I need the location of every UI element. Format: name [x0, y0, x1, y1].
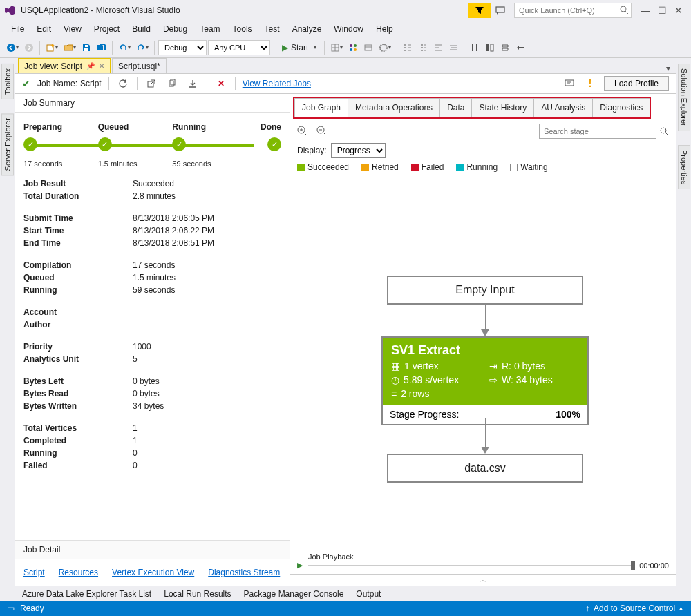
kv-value: 8/13/2018 2:08:51 PM: [133, 238, 281, 248]
menu-tools[interactable]: Tools: [227, 23, 258, 35]
view-related-jobs-link[interactable]: View Related Jobs: [243, 79, 311, 88]
maximize-button[interactable]: ☐: [654, 2, 670, 19]
zoom-in-icon[interactable]: [297, 126, 308, 137]
nav-back-button[interactable]: ▾: [4, 40, 21, 55]
side-tab-properties[interactable]: Properties: [678, 145, 690, 189]
side-tab-toolbox[interactable]: Toolbox: [1, 64, 14, 99]
graph-node-sv1[interactable]: SV1 Extract ▦1 vertex ⇥R: 0 bytes ◷5.89 …: [381, 336, 589, 425]
legend-swatch-running: [456, 164, 464, 171]
toolbar-icon-7[interactable]: [431, 40, 445, 55]
tab-metadata[interactable]: Metadata Operations: [348, 98, 440, 117]
doc-tab-job-view[interactable]: Job view: Script 📌 ✕: [18, 58, 111, 73]
toolbar-icon-11[interactable]: [498, 40, 512, 55]
playback-track[interactable]: [308, 565, 634, 566]
nav-forward-button[interactable]: [22, 40, 36, 55]
bottom-tab-output[interactable]: Output: [356, 589, 381, 599]
refresh-icon[interactable]: [116, 77, 130, 90]
warning-icon[interactable]: !: [583, 77, 597, 90]
menu-test[interactable]: Test: [259, 23, 285, 35]
toolbar-icon-10[interactable]: [483, 40, 497, 55]
toolbar-icon-1[interactable]: ▾: [328, 40, 345, 55]
download-icon[interactable]: [186, 77, 200, 90]
menu-file[interactable]: File: [6, 23, 30, 35]
toolbar-icon-2[interactable]: [346, 40, 360, 55]
tab-job-graph[interactable]: Job Graph: [294, 98, 348, 117]
svg-rect-17: [169, 81, 173, 86]
publish-icon[interactable]: ↑: [585, 604, 589, 613]
open-file-button[interactable]: ▾: [61, 40, 78, 55]
load-profile-button[interactable]: Load Profile: [604, 76, 669, 91]
job-header-bar: ✔ Job Name: Script ✕ View Related Jobs !…: [15, 74, 676, 94]
bottom-tab-adl[interactable]: Azure Data Lake Explorer Task List: [22, 589, 151, 599]
side-tab-server-explorer[interactable]: Server Explorer: [1, 113, 14, 175]
stage-queued-label: Queued: [98, 122, 173, 132]
detail-link-script[interactable]: Script: [23, 568, 45, 577]
quick-launch-input[interactable]: [514, 3, 632, 18]
search-icon[interactable]: [659, 126, 669, 136]
open-external-icon[interactable]: [144, 77, 158, 90]
window-title: USQLApplication2 - Microsoft Visual Stud…: [21, 6, 180, 15]
detail-link-vertex[interactable]: Vertex Execution View: [112, 568, 194, 577]
stage-dot-icon: ✓: [172, 137, 186, 151]
menu-window[interactable]: Window: [328, 23, 369, 35]
pin-icon[interactable]: 📌: [86, 62, 95, 70]
feedback-icon[interactable]: [492, 2, 509, 19]
new-project-button[interactable]: ▾: [44, 40, 60, 55]
menu-edit[interactable]: Edit: [31, 23, 57, 35]
close-button[interactable]: ✕: [670, 2, 687, 19]
tab-diagnostics[interactable]: Diagnostics: [592, 98, 650, 117]
config-select[interactable]: Debug: [158, 40, 207, 55]
platform-select[interactable]: Any CPU: [208, 40, 270, 55]
copy-icon[interactable]: [165, 77, 179, 90]
graph-node-input[interactable]: Empty Input: [387, 276, 583, 305]
detail-link-diagnostics[interactable]: Diagnostics Stream: [208, 568, 280, 577]
collapse-handle[interactable]: ︿: [290, 574, 676, 586]
side-tab-solution-explorer[interactable]: Solution Explorer: [678, 64, 690, 131]
playback-cursor[interactable]: [631, 561, 635, 570]
toolbar-icon-4[interactable]: ▾: [377, 40, 393, 55]
menu-team[interactable]: Team: [194, 23, 225, 35]
legend-swatch-waiting: [510, 164, 518, 171]
detail-link-resources[interactable]: Resources: [59, 568, 98, 577]
tab-data[interactable]: Data: [439, 98, 472, 117]
notification-filter-button[interactable]: [468, 3, 491, 18]
redo-button[interactable]: ▾: [134, 40, 151, 55]
toolbar-icon-12[interactable]: [513, 40, 527, 55]
close-icon[interactable]: ✕: [99, 62, 104, 70]
graph-canvas[interactable]: Empty Input SV1 Extract ▦1 vertex ⇥R: 0 …: [290, 179, 676, 548]
menu-view[interactable]: View: [58, 23, 87, 35]
bottom-tab-local-run[interactable]: Local Run Results: [164, 589, 231, 599]
doc-tab-script[interactable]: Script.usql*: [112, 58, 167, 73]
toolbar-icon-9[interactable]: [468, 40, 482, 55]
undo-button[interactable]: ▾: [116, 40, 133, 55]
status-ready: Ready: [20, 604, 44, 613]
source-control-button[interactable]: Add to Source Control: [594, 604, 675, 613]
play-icon[interactable]: ▶: [297, 561, 303, 570]
save-button[interactable]: [79, 40, 93, 55]
tab-state-history[interactable]: State History: [471, 98, 534, 117]
minimize-button[interactable]: —: [637, 2, 654, 19]
menu-build[interactable]: Build: [126, 23, 156, 35]
menu-help[interactable]: Help: [370, 23, 399, 35]
toolbar-icon-3[interactable]: [361, 40, 375, 55]
menu-debug[interactable]: Debug: [158, 23, 193, 35]
menu-analyze[interactable]: Analyze: [287, 23, 328, 35]
chat-icon[interactable]: [562, 77, 576, 90]
display-select[interactable]: Progress: [331, 143, 386, 158]
start-debug-button[interactable]: ▶Start▾: [278, 40, 321, 55]
bottom-tab-pmc[interactable]: Package Manager Console: [244, 589, 344, 599]
toolbar-icon-8[interactable]: [446, 40, 460, 55]
tab-au-analysis[interactable]: AU Analysis: [533, 98, 593, 117]
stage-dot-icon: ✓: [98, 137, 112, 151]
zoom-out-icon[interactable]: [316, 126, 328, 137]
cancel-icon[interactable]: ✕: [214, 77, 228, 90]
toolbar-icon-6[interactable]: [416, 40, 430, 55]
search-stage-input[interactable]: [539, 124, 656, 139]
graph-node-output[interactable]: data.csv: [387, 454, 583, 483]
legend: Succeeded Retried Failed Running Waiting: [290, 162, 676, 179]
menu-project[interactable]: Project: [88, 23, 125, 35]
save-all-button[interactable]: [95, 40, 108, 55]
tab-dropdown-icon[interactable]: ▾: [661, 64, 676, 73]
kv-value: 0 bytes: [133, 376, 281, 386]
toolbar-icon-5[interactable]: [401, 40, 415, 55]
